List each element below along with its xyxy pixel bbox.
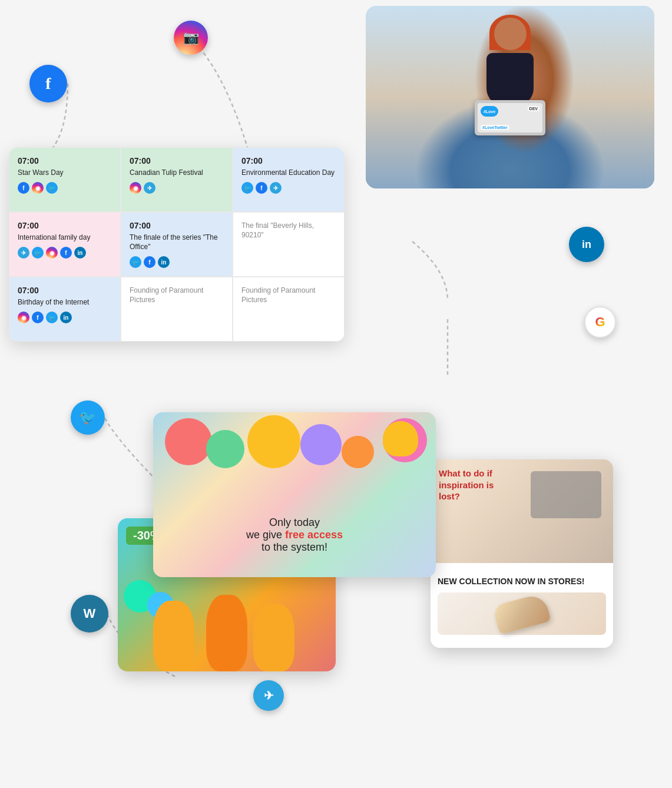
cal-cell-2-2: 07:00 The finale of the series "The Offi… — [121, 212, 233, 277]
cal-time: 07:00 — [18, 286, 112, 295]
pineapple-shape — [253, 604, 294, 671]
promo-free-access: free access — [285, 529, 343, 541]
cal-cell-1-2: 07:00 Canadian Tulip Festival ◉ ✈ — [121, 147, 233, 212]
cal-event-title: The final "Beverly Hills, 90210" — [241, 221, 336, 240]
wordpress-bubble[interactable]: W — [71, 595, 108, 633]
twitter-icon: 🐦 — [130, 256, 141, 268]
cal-cell-3-1: 07:00 Birthday of the Internet ◉ f 🐦 in — [9, 277, 121, 342]
article-headline: What to do if inspiration is lost? — [439, 468, 515, 502]
facebook-bubble[interactable]: f — [29, 65, 67, 102]
sneaker-shape — [492, 592, 551, 635]
google-bubble[interactable]: G — [584, 306, 616, 338]
twitter-icon: 🐦 — [241, 182, 253, 194]
cal-cell-3-3: Founding of Paramount Pictures — [233, 277, 345, 342]
instagram-icon: ◉ — [46, 247, 58, 259]
linkedin-bubble[interactable]: in — [569, 227, 604, 262]
cal-cell-1-3: 07:00 Environmental Education Day 🐦 f ✈ — [233, 147, 345, 212]
linkedin-icon: in — [582, 239, 591, 251]
balloon-decoration — [165, 418, 212, 465]
social-icons-row: ◉ f 🐦 in — [18, 312, 112, 323]
duck-decoration — [383, 421, 418, 456]
twitter-icon: 🐦 — [79, 409, 97, 426]
social-icons-row: 🐦 f in — [130, 256, 224, 268]
google-icon: G — [595, 314, 605, 330]
promo-text: Only today we give free access to the sy… — [246, 516, 343, 554]
linkedin-icon: in — [74, 247, 86, 259]
laptop-shape — [531, 471, 601, 518]
balloon-decoration — [300, 424, 342, 465]
calendar-card: 07:00 Star Wars Day f ◉ 🐦 07:00 Canadian… — [9, 147, 345, 342]
promo-background: Only today we give free access to the sy… — [153, 412, 436, 577]
twitter-icon: 🐦 — [46, 312, 58, 323]
facebook-icon: f — [144, 256, 155, 268]
promo-line1: Only today — [246, 516, 343, 529]
facebook-icon: f — [18, 182, 29, 194]
cal-cell-2-3: The final "Beverly Hills, 90210" — [233, 212, 345, 277]
cal-event-title: Star Wars Day — [18, 168, 112, 177]
cal-time: 07:00 — [241, 156, 336, 165]
wordpress-icon: W — [84, 606, 96, 621]
cal-time: 07:00 — [130, 156, 224, 165]
cal-time: 07:00 — [18, 156, 112, 165]
balloon-decoration — [206, 430, 244, 468]
telegram-bubble-bottom[interactable]: ✈ — [253, 680, 284, 711]
social-icons-row: f ◉ 🐦 — [18, 182, 112, 194]
telegram-icon: ✈ — [144, 182, 155, 194]
cal-event-title: Founding of Paramount Pictures — [241, 286, 336, 304]
collection-title: NEW COLLECTION NOW IN STORES! — [438, 576, 606, 587]
balloon-decoration — [247, 415, 300, 468]
instagram-icon: ◉ — [130, 182, 141, 194]
cal-cell-2-1: 07:00 International family day ✈ 🐦 ◉ f i… — [9, 212, 121, 277]
promo-card-main: Only today we give free access to the sy… — [153, 412, 436, 577]
article-bottom: NEW COLLECTION NOW IN STORES! — [431, 563, 613, 648]
social-icons-row: ◉ ✈ — [130, 182, 224, 194]
pineapple-shape — [206, 595, 247, 671]
instagram-bubble[interactable]: 📷 — [174, 21, 208, 55]
cal-event-title: The finale of the series "The Office" — [130, 233, 224, 251]
promo-line2: we give free access — [246, 529, 343, 541]
telegram-icon: ✈ — [264, 688, 274, 703]
facebook-icon: f — [256, 182, 267, 194]
telegram-icon: ✈ — [270, 182, 282, 194]
cal-event-title: Environmental Education Day — [241, 168, 336, 177]
cal-event-title: Founding of Paramount Pictures — [130, 286, 224, 304]
telegram-icon: ✈ — [18, 247, 29, 259]
twitter-icon: 🐦 — [46, 182, 58, 194]
cal-time: 07:00 — [18, 221, 112, 230]
twitter-icon: 🐦 — [32, 247, 44, 259]
hero-photo: #Love #LoveTwitter DEV — [366, 6, 654, 188]
facebook-icon: f — [32, 312, 44, 323]
cal-cell-1-1: 07:00 Star Wars Day f ◉ 🐦 — [9, 147, 121, 212]
promo-card-article: What to do if inspiration is lost? NEW C… — [431, 459, 613, 648]
cal-cell-3-2: Founding of Paramount Pictures — [121, 277, 233, 342]
cal-time: 07:00 — [130, 221, 224, 230]
instagram-icon: 📷 — [183, 30, 199, 45]
calendar-grid: 07:00 Star Wars Day f ◉ 🐦 07:00 Canadian… — [9, 147, 345, 342]
promo-pre: we give — [246, 529, 285, 541]
linkedin-icon: in — [60, 312, 72, 323]
facebook-icon: f — [45, 74, 51, 93]
instagram-icon: ◉ — [18, 312, 29, 323]
linkedin-icon: in — [158, 256, 170, 268]
pineapple-shape — [153, 601, 194, 671]
cal-event-title: Canadian Tulip Festival — [130, 168, 224, 177]
cal-event-title: Birthday of the Internet — [18, 297, 112, 307]
sneaker-image — [438, 592, 606, 635]
twitter-bubble[interactable]: 🐦 — [71, 400, 105, 435]
social-icons-row: 🐦 f ✈ — [241, 182, 336, 194]
instagram-icon: ◉ — [32, 182, 44, 194]
balloon-decoration — [342, 436, 374, 468]
cal-event-title: International family day — [18, 233, 112, 242]
facebook-icon: f — [60, 247, 72, 259]
social-icons-row: ✈ 🐦 ◉ f in — [18, 247, 112, 259]
promo-line3: to the system! — [246, 541, 343, 554]
article-top: What to do if inspiration is lost? — [431, 459, 613, 563]
